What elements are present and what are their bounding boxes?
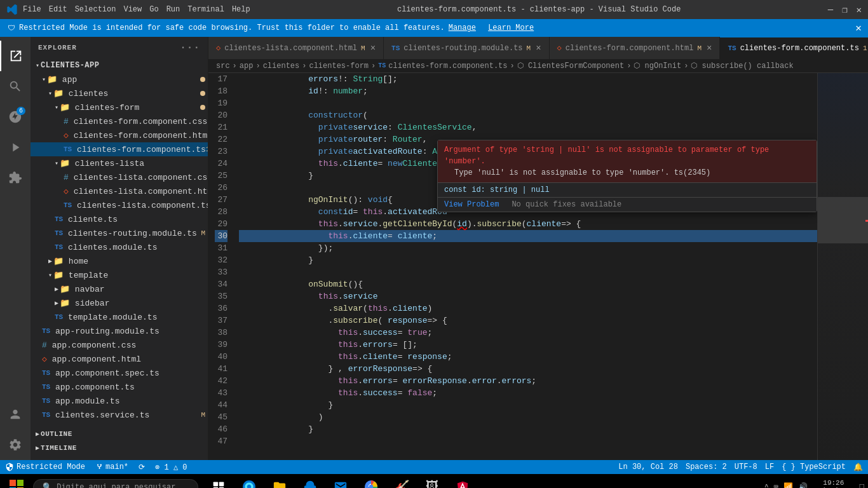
menu-file[interactable]: File bbox=[23, 5, 41, 14]
taskbar-search-box[interactable]: 🔍 Digite aqui para pesquisar bbox=[33, 479, 198, 489]
menu-edit[interactable]: Edit bbox=[49, 5, 67, 14]
file-clientes-lista-ts[interactable]: TS clientes-lista.component.ts M bbox=[31, 198, 208, 212]
file-template-module[interactable]: TS template.module.ts bbox=[31, 310, 208, 324]
tab-close-button[interactable]: × bbox=[370, 43, 376, 53]
cursor-position[interactable]: Ln 30, Col 28 bbox=[618, 463, 678, 472]
minimize-button[interactable]: — bbox=[828, 4, 833, 15]
menu-view[interactable]: View bbox=[123, 5, 142, 14]
outline-header[interactable]: ▶ OUTLINE bbox=[31, 427, 208, 441]
file-clientes-module[interactable]: TS clientes.module.ts bbox=[31, 240, 208, 254]
activity-extensions[interactable] bbox=[0, 163, 31, 193]
git-branch-status[interactable]: main* bbox=[95, 463, 128, 471]
start-button[interactable] bbox=[4, 474, 29, 488]
taskbar-chevron[interactable]: ^ bbox=[764, 483, 769, 488]
root-folder[interactable]: ▾ CLIENTES-APP bbox=[31, 58, 208, 72]
sync-status[interactable]: ⟳ bbox=[139, 463, 145, 472]
outline-label: OUTLINE bbox=[41, 430, 72, 438]
activity-run[interactable] bbox=[0, 132, 31, 163]
activity-account[interactable] bbox=[0, 399, 31, 430]
timeline-header[interactable]: ▶ TIMELINE bbox=[31, 441, 208, 455]
menu-go[interactable]: Go bbox=[149, 5, 158, 14]
tab-clientes-form-ts[interactable]: TS clientes-form.component.ts 1, M × bbox=[720, 37, 868, 59]
taskbar-photoshop[interactable]: 🖼 bbox=[418, 474, 446, 488]
breadcrumb-app[interactable]: app bbox=[240, 62, 254, 71]
activity-settings[interactable] bbox=[0, 430, 31, 460]
maximize-button[interactable]: ❐ bbox=[842, 4, 847, 15]
line-ending-setting[interactable]: LF bbox=[765, 463, 774, 472]
language-mode[interactable]: { } TypeScript bbox=[782, 463, 846, 472]
file-app-routing[interactable]: TS app-routing.module.ts bbox=[31, 324, 208, 338]
folder-sidebar[interactable]: ▶ 📁 sidebar bbox=[31, 296, 208, 310]
notifications-button[interactable]: 🔔 bbox=[853, 463, 863, 472]
taskbar-angular-dev[interactable] bbox=[449, 474, 477, 488]
breadcrumb-clientes[interactable]: clientes bbox=[263, 62, 300, 71]
encoding-setting[interactable]: UTF-8 bbox=[735, 463, 757, 472]
file-clientes-lista-html[interactable]: ◇ clientes-lista.component.html M bbox=[31, 184, 208, 198]
taskbar-clock[interactable]: 19:26 08/11/2021 bbox=[813, 479, 855, 488]
file-app-spec[interactable]: TS app.component.spec.ts bbox=[31, 366, 208, 380]
activity-bar: 6 bbox=[0, 37, 31, 460]
file-app-component[interactable]: TS app.component.ts bbox=[31, 380, 208, 394]
taskbar-guitar-app[interactable]: 🎸 bbox=[388, 474, 416, 488]
taskbar-task-view[interactable] bbox=[205, 474, 233, 488]
taskbar-explorer-app[interactable] bbox=[266, 474, 294, 488]
folder-clientes-lista[interactable]: ▾ 📁 clientes-lista bbox=[31, 156, 208, 170]
file-cliente-ts[interactable]: TS cliente.ts bbox=[31, 212, 208, 226]
file-clientes-routing[interactable]: TS clientes-routing.module.ts M bbox=[31, 226, 208, 240]
folder-app[interactable]: ▾ 📁 app bbox=[31, 72, 208, 86]
folder-home[interactable]: ▶ 📁 home bbox=[31, 254, 208, 268]
file-clientes-form-css[interactable]: # clientes-form.component.css bbox=[31, 114, 208, 128]
taskbar-keyboard-icon[interactable]: ⌨ bbox=[774, 482, 778, 489]
manage-link[interactable]: Manage bbox=[449, 24, 476, 32]
learn-more-link[interactable]: Learn More bbox=[488, 24, 534, 32]
file-app-module[interactable]: TS app.module.ts bbox=[31, 394, 208, 408]
file-clientes-service[interactable]: TS clientes.service.ts M bbox=[31, 408, 208, 422]
activity-source-control[interactable]: 6 bbox=[0, 102, 31, 132]
taskbar-mail[interactable] bbox=[327, 474, 355, 488]
menu-bar[interactable]: File Edit Selection View Go Run Terminal… bbox=[23, 5, 250, 14]
view-problem-link[interactable]: View Problem bbox=[444, 200, 499, 209]
folder-navbar[interactable]: ▶ 📁 navbar bbox=[31, 282, 208, 296]
activity-explorer[interactable] bbox=[0, 41, 31, 71]
tab-clientes-lista-html[interactable]: ◇ clientes-lista.component.html M × bbox=[208, 37, 384, 59]
code-view[interactable]: 17 18 19 20 21 22 23 24 25 26 27 28 29 3… bbox=[208, 73, 817, 460]
taskbar-network-icon[interactable]: 📶 bbox=[783, 482, 793, 489]
tab-close-button[interactable]: × bbox=[707, 43, 712, 53]
taskbar-chrome[interactable] bbox=[357, 474, 385, 488]
folder-clientes[interactable]: ▾ 📁 clientes bbox=[31, 86, 208, 100]
explorer-menu[interactable]: ··· bbox=[180, 42, 200, 53]
taskbar-store[interactable] bbox=[296, 474, 324, 488]
tab-clientes-form-html[interactable]: ◇ clientes-form.component.html M × bbox=[550, 37, 721, 59]
code-text[interactable]: errors!: String[]; id!: number; construc… bbox=[234, 73, 817, 460]
menu-terminal[interactable]: Terminal bbox=[187, 5, 224, 14]
file-clientes-form-html[interactable]: ◇ clientes-form.component.html M bbox=[31, 128, 208, 142]
spaces-setting[interactable]: Spaces: 2 bbox=[686, 463, 727, 472]
window-controls[interactable]: — ❐ ✕ bbox=[828, 4, 862, 15]
activity-search[interactable] bbox=[0, 71, 31, 102]
breadcrumb-src[interactable]: src bbox=[216, 62, 230, 71]
close-button[interactable]: ✕ bbox=[857, 4, 862, 15]
restricted-mode-status[interactable]: Restricted Mode bbox=[5, 463, 85, 471]
file-clientes-lista-css[interactable]: # clientes-lista.component.css bbox=[31, 170, 208, 184]
menu-run[interactable]: Run bbox=[166, 5, 180, 14]
folder-clientes-form[interactable]: ▾ 📁 clientes-form bbox=[31, 100, 208, 114]
tab-clientes-routing[interactable]: TS clientes-routing.module.ts M × bbox=[384, 37, 549, 59]
notif-close-button[interactable]: ✕ bbox=[855, 22, 862, 34]
file-app-html[interactable]: ◇ app.component.html bbox=[31, 352, 208, 366]
taskbar-notification-center[interactable]: □ bbox=[860, 482, 864, 488]
file-app-css[interactable]: # app.component.css bbox=[31, 338, 208, 352]
folder-template[interactable]: ▾ 📁 template bbox=[31, 268, 208, 282]
tab-close-button[interactable]: × bbox=[536, 43, 541, 53]
breadcrumb-callback[interactable]: ⬡ subscribe() callback bbox=[691, 61, 793, 71]
menu-selection[interactable]: Selection bbox=[75, 5, 116, 14]
breadcrumb-method[interactable]: ⬡ ngOnInit bbox=[634, 61, 681, 71]
taskbar-edge[interactable] bbox=[235, 474, 263, 488]
hover-actions[interactable]: View Problem No quick fixes available bbox=[438, 197, 817, 212]
menu-help[interactable]: Help bbox=[232, 5, 250, 14]
breadcrumb-file[interactable]: clientes-form.component.ts bbox=[388, 62, 507, 71]
errors-status[interactable]: ⊗ 1 △ 0 bbox=[155, 463, 187, 472]
file-clientes-form-ts[interactable]: TS clientes-form.component.ts 1, M bbox=[31, 142, 208, 156]
taskbar-volume-icon[interactable]: 🔊 bbox=[798, 482, 808, 489]
breadcrumb-class[interactable]: ⬡ ClientesFormComponent bbox=[517, 61, 624, 71]
breadcrumb-clientes-form[interactable]: clientes-form bbox=[309, 62, 369, 71]
